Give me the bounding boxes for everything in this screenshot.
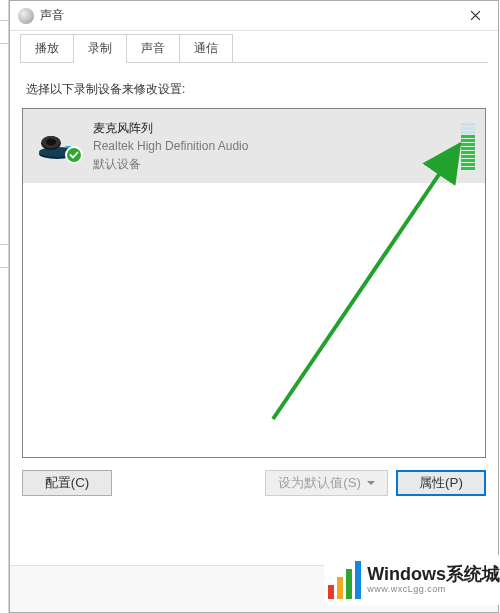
svg-point-4 — [46, 139, 56, 146]
spacer — [120, 470, 257, 496]
level-segment — [461, 155, 475, 158]
device-status: 默认设备 — [93, 155, 453, 173]
watermark-bar — [355, 561, 361, 599]
tab-label: 播放 — [35, 41, 59, 55]
titlebar: 声音 — [10, 1, 498, 31]
recording-device-list[interactable]: 麦克风阵列 Realtek High Definition Audio 默认设备 — [22, 108, 486, 458]
level-segment — [461, 123, 475, 126]
tab-communications[interactable]: 通信 — [179, 34, 233, 63]
watermark-sub: www.wxcLgg.com — [367, 585, 500, 595]
watermark-text: Windows系统城 www.wxcLgg.com — [367, 565, 500, 595]
level-segment — [461, 163, 475, 166]
level-segment — [461, 135, 475, 138]
level-segment — [461, 151, 475, 154]
tab-label: 录制 — [88, 41, 112, 55]
app-icon — [18, 8, 34, 24]
device-name: 麦克风阵列 — [93, 119, 453, 137]
level-segment — [461, 147, 475, 150]
level-segment — [461, 139, 475, 142]
watermark-title: Windows系统城 — [367, 565, 500, 585]
watermark: Windows系统城 www.wxcLgg.com — [324, 555, 500, 605]
tab-playback[interactable]: 播放 — [20, 34, 74, 63]
device-text: 麦克风阵列 Realtek High Definition Audio 默认设备 — [93, 119, 453, 173]
level-segment — [461, 131, 475, 134]
sound-dialog: 声音 播放 录制 声音 通信 选择以下录制设备来修改设置: — [9, 0, 499, 613]
device-description: Realtek High Definition Audio — [93, 137, 453, 155]
button-label: 配置(C) — [45, 474, 90, 492]
device-icon-wrap — [33, 132, 81, 160]
tab-recording[interactable]: 录制 — [73, 34, 127, 63]
properties-button[interactable]: 属性(P) — [396, 470, 486, 496]
cropped-tab — [0, 20, 8, 44]
tab-label: 通信 — [194, 41, 218, 55]
watermark-bar — [346, 569, 352, 599]
watermark-bar — [337, 577, 343, 599]
set-default-button[interactable]: 设为默认值(S) — [265, 470, 388, 496]
configure-button[interactable]: 配置(C) — [22, 470, 112, 496]
default-check-icon — [65, 146, 83, 164]
close-button[interactable] — [452, 1, 498, 31]
window-title: 声音 — [40, 7, 452, 24]
watermark-bar — [328, 585, 334, 599]
dialog-client: 播放 录制 声音 通信 选择以下录制设备来修改设置: — [10, 31, 498, 565]
watermark-bars-icon — [328, 561, 361, 599]
cropped-tab — [0, 244, 8, 268]
close-icon — [470, 10, 481, 21]
tab-panel-recording: 选择以下录制设备来修改设置: — [20, 63, 488, 555]
level-segment — [461, 127, 475, 130]
button-label: 属性(P) — [419, 474, 463, 492]
level-segment — [461, 143, 475, 146]
button-label: 设为默认值(S) — [278, 474, 361, 492]
tab-strip: 播放 录制 声音 通信 — [20, 37, 488, 63]
svg-line-6 — [273, 145, 459, 419]
level-segment — [461, 167, 475, 170]
left-cropped-window — [0, 0, 9, 613]
list-button-row: 配置(C) 设为默认值(S) 属性(P) — [22, 470, 486, 496]
tab-label: 声音 — [141, 41, 165, 55]
level-segment — [461, 159, 475, 162]
device-item[interactable]: 麦克风阵列 Realtek High Definition Audio 默认设备 — [23, 109, 485, 184]
tab-sounds[interactable]: 声音 — [126, 34, 180, 63]
instruction-text: 选择以下录制设备来修改设置: — [26, 81, 486, 98]
input-level-meter — [461, 123, 475, 170]
